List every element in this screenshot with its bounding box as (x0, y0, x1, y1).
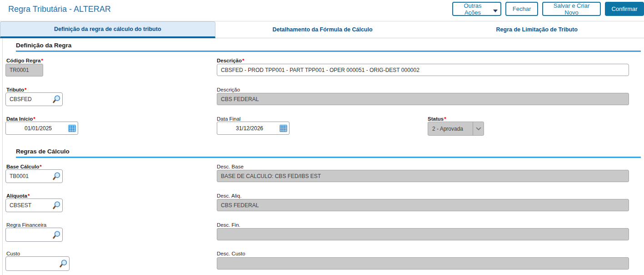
codigo-regra-field: TR0001 (5, 64, 43, 76)
desc-fin-field (217, 228, 629, 240)
search-icon[interactable] (52, 230, 61, 239)
calendar-icon[interactable] (68, 125, 76, 132)
desc-aliq-label: Desc. Aliq. (217, 193, 241, 199)
required-asterisk: * (25, 87, 26, 92)
data-inicio-datefield (5, 122, 78, 135)
search-icon[interactable] (52, 172, 61, 181)
tab-bar: Definição da regra de cálculo do tributo… (0, 21, 644, 38)
tributo-lookup (5, 92, 63, 106)
section-regras-calculo-underline (16, 157, 641, 158)
section-definicao-underline (16, 51, 641, 52)
required-asterisk: * (41, 58, 43, 63)
tab-detalhamento-formula[interactable]: Detalhamento da Fórmula de Cálculo (215, 21, 430, 38)
descricao-tributo-field: CBS FEDERAL (217, 93, 629, 105)
custo-label: Custo (6, 251, 20, 256)
tax-rule-window: Regra Tributária - ALTERAR Outras Ações … (0, 0, 644, 275)
outras-acoes-label: Outras Ações (456, 2, 489, 16)
section-regras-calculo-title: Regras de Cálculo (16, 148, 70, 155)
data-inicio-label: Data Início* (6, 116, 35, 122)
required-asterisk: * (33, 116, 35, 122)
search-icon[interactable] (52, 95, 61, 104)
desc-custo-label: Desc. Custo (217, 251, 245, 256)
outras-acoes-button[interactable]: Outras Ações (452, 2, 501, 16)
header-actions: Outras Ações Fechar Salvar e Criar Novo … (452, 2, 644, 16)
search-icon[interactable] (52, 201, 61, 210)
data-inicio-input[interactable] (5, 122, 78, 135)
tributo-label: Tributo* (6, 87, 26, 92)
required-asterisk: * (242, 58, 244, 63)
data-final-datefield (217, 122, 290, 135)
aliquota-lookup (5, 199, 63, 212)
data-final-input[interactable] (217, 122, 290, 135)
codigo-regra-label: Código Regra* (6, 58, 43, 63)
aliquota-label: Alíquota* (6, 193, 30, 199)
descricao-label: Descrição* (217, 58, 244, 63)
required-asterisk: * (444, 116, 446, 122)
fechar-button[interactable]: Fechar (505, 2, 538, 16)
desc-base-label: Desc. Base (217, 164, 244, 169)
regra-financeira-label: Regra Financeira (6, 222, 46, 228)
base-calculo-lookup (5, 169, 63, 183)
window-header: Regra Tributária - ALTERAR Outras Ações … (0, 0, 644, 21)
descricao-input[interactable] (217, 64, 629, 76)
search-icon[interactable] (59, 260, 68, 268)
regra-financeira-lookup (5, 228, 63, 242)
base-calculo-label: Base Cálculo* (6, 164, 42, 169)
chevron-down-icon (493, 10, 498, 12)
confirmar-button[interactable]: Confirmar (605, 2, 644, 16)
status-select: 2 - Aprovada (428, 122, 484, 136)
section-definicao-title: Definição da Regra (16, 42, 71, 49)
desc-fin-label: Desc. Fin. (217, 222, 240, 228)
tab-regra-limitacao[interactable]: Regra de Limitação de Tributo (429, 21, 644, 38)
status-label: Status* (428, 116, 446, 122)
required-asterisk: * (28, 193, 30, 199)
data-final-label: Data Final (217, 116, 240, 122)
status-value: 2 - Aprovada (428, 126, 473, 132)
desc-custo-field (217, 257, 629, 270)
form-content: Definição da Regra Código Regra* TR0001 … (0, 38, 644, 275)
desc-base-field: BASE DE CALCULO: CBS FED/IBS EST (217, 170, 629, 182)
desc-aliq-field: CBS FEDERAL (217, 199, 629, 211)
tab-definicao-regra[interactable]: Definição da regra de cálculo do tributo (0, 21, 215, 38)
page-title: Regra Tributária - ALTERAR (8, 5, 111, 14)
descricao-tributo-label: Descrição (217, 87, 240, 92)
chevron-down-icon (473, 122, 484, 135)
required-asterisk: * (40, 164, 41, 169)
panel-left-border (2, 38, 3, 275)
calendar-icon[interactable] (280, 125, 287, 132)
custo-lookup (5, 256, 70, 271)
salvar-criar-novo-button[interactable]: Salvar e Criar Novo (542, 2, 601, 16)
